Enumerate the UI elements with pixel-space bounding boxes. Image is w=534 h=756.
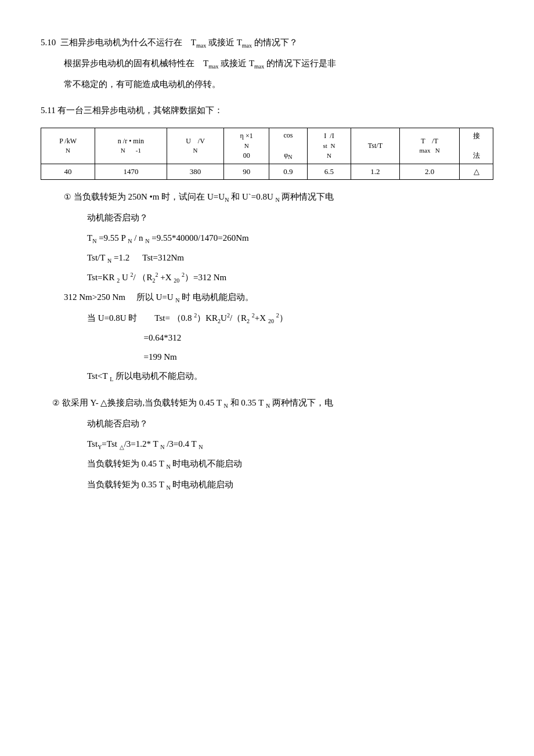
motor-specs-table: P /kWN n /r • minN -1 U /VN η ×1N00 cosφ… <box>41 128 493 180</box>
section-510: 5.10 三相异步电动机为什么不运行在 Tmax 或接近 Tmax 的情况下？ … <box>41 35 493 92</box>
q1-intro: ① 当负载转矩为 250N •m 时，试问在 U=UN 和 U`=0.8U N … <box>64 189 493 205</box>
q1-formula1: TN =9.55 P N / n N =9.55*40000/1470=260N… <box>87 230 493 247</box>
section-510-body2: 常不稳定的，有可能造成电动机的停转。 <box>64 77 493 92</box>
question-2: ② 欲采用 Y- △换接启动,当负载转矩为 0.45 T N 和 0.35 T … <box>41 395 493 493</box>
q1-formula4: 当 U=0.8U 时 Tst= （0.8 2）KR2U2/（R2 2+X 20 … <box>87 310 493 327</box>
section-511: 5.11 有一台三相异步电动机，其铭牌数据如下： P /kWN n /r • m… <box>41 103 493 493</box>
cell-eta: 90 <box>224 164 269 179</box>
col-cos-header: cosφN <box>269 128 307 164</box>
col-tmax-header: T /Tmax N <box>399 128 460 164</box>
section-510-title: 5.10 三相异步电动机为什么不运行在 Tmax 或接近 Tmax 的情况下？ <box>41 35 493 51</box>
q2-intro: ② 欲采用 Y- △换接启动,当负载转矩为 0.45 T N 和 0.35 T … <box>52 395 493 411</box>
section-510-body1: 根据异步电动机的固有机械特性在 Tmax 或接近 Tmax 的情况下运行是非 <box>64 56 493 72</box>
q2-conclusion2: 当负载转矩为 0.35 T N 时电动机能启动 <box>87 477 493 493</box>
col-n-header: n /r • minN -1 <box>95 128 167 164</box>
cell-p: 40 <box>41 164 95 179</box>
section-511-title: 5.11 有一台三相异步电动机，其铭牌数据如下： <box>41 103 493 118</box>
cell-tmax: 2.0 <box>399 164 460 179</box>
cell-conn: △ <box>460 164 493 179</box>
table-header-row1: P /kWN n /r • minN -1 U /VN η ×1N00 cosφ… <box>41 128 493 164</box>
q1-formula3: Tst=KR 2 U 2/ （R22 +X 20 2）=312 Nm <box>87 270 493 286</box>
q1-intro2: 动机能否启动？ <box>87 210 493 226</box>
q1-formula2: Tst/T N =1.2 Tst=312Nm <box>87 250 493 266</box>
q1-conclusion2: Tst<T L 所以电动机不能启动。 <box>87 368 493 385</box>
question-1: ① 当负载转矩为 250N •m 时，试问在 U=UN 和 U`=0.8U N … <box>41 189 493 385</box>
cell-cos: 0.9 <box>269 164 307 179</box>
table-data-row: 40 1470 380 90 0.9 6.5 1.2 2.0 △ <box>41 164 493 179</box>
cell-i: 6.5 <box>307 164 351 179</box>
q2-formula1: TstY=Tst △/3=1.2* T N /3=0.4 T N <box>87 436 493 453</box>
q2-intro2: 动机能否启动？ <box>87 416 493 432</box>
q2-conclusion1: 当负载转矩为 0.45 T N 时电动机不能启动 <box>87 456 493 472</box>
q1-conclusion1: 312 Nm>250 Nm 所以 U=U N 时 电动机能启动。 <box>64 290 493 306</box>
col-conn-header: 接法 <box>460 128 493 164</box>
cell-tst: 1.2 <box>351 164 400 179</box>
q1-formula5: =0.64*312 <box>87 330 493 346</box>
col-u-header: U /VN <box>167 128 224 164</box>
col-i-header: I /Ist NN <box>307 128 351 164</box>
cell-n: 1470 <box>95 164 167 179</box>
col-eta-header: η ×1N00 <box>224 128 269 164</box>
page-content: 5.10 三相异步电动机为什么不运行在 Tmax 或接近 Tmax 的情况下？ … <box>41 35 493 493</box>
cell-u: 380 <box>167 164 224 179</box>
col-tst-header: Tst/T <box>351 128 400 164</box>
q1-formula6: =199 Nm <box>87 349 493 365</box>
col-p-header: P /kWN <box>41 128 95 164</box>
